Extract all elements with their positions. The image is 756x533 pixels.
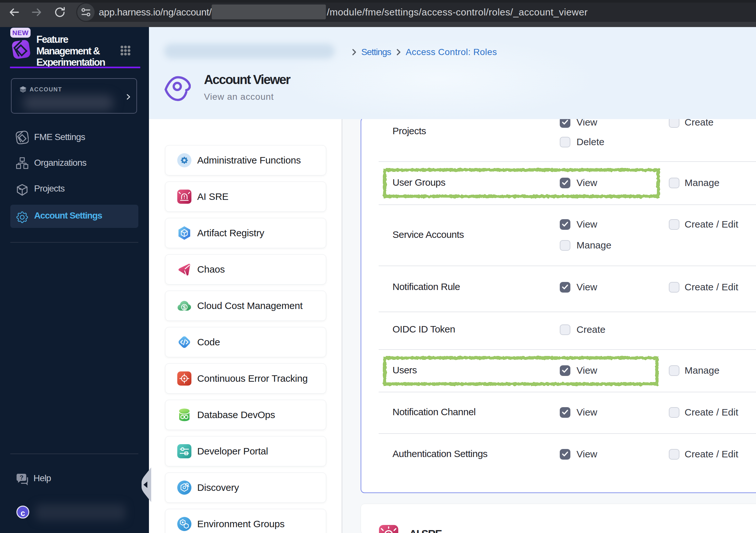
svg-text:$: $ bbox=[183, 304, 186, 311]
svg-text:?: ? bbox=[20, 474, 23, 481]
